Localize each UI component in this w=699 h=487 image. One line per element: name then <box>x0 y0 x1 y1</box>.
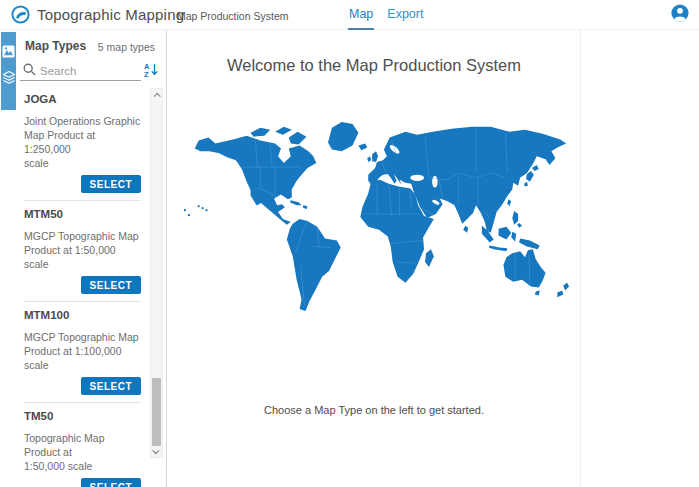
panel-title: Map Types <box>25 39 86 53</box>
app-header: Topographic Mapping Map Production Syste… <box>0 0 699 30</box>
instruction-text: Choose a Map Type on the left to get sta… <box>168 404 580 416</box>
app-subtitle: Map Production System <box>177 10 288 22</box>
left-tool-rail <box>0 30 17 487</box>
tab-map[interactable]: Map <box>348 0 374 30</box>
select-button[interactable]: SELECT <box>81 377 141 395</box>
map-type-item-mtm50: MTM50 MGCP Topographic Map Product at 1:… <box>24 201 141 302</box>
svg-text:Z: Z <box>144 70 149 78</box>
scroll-down-icon[interactable] <box>151 445 162 457</box>
select-button[interactable]: SELECT <box>81 478 141 487</box>
user-avatar-icon[interactable] <box>671 4 689 26</box>
map-type-name: MTM100 <box>24 309 141 322</box>
select-button[interactable]: SELECT <box>81 175 141 193</box>
map-type-list: JOGA Joint Operations Graphic Map Produc… <box>17 86 167 487</box>
map-type-count: 5 map types <box>98 41 155 53</box>
map-type-item-tm50: TM50 Topographic Map Product at 1:50,000… <box>24 403 141 487</box>
select-button[interactable]: SELECT <box>81 276 141 294</box>
top-tabs: Map Export <box>348 0 424 30</box>
search-input[interactable] <box>40 65 130 77</box>
rail-active-group <box>1 32 16 110</box>
map-type-name: MTM50 <box>24 208 141 221</box>
map-type-item-joga: JOGA Joint Operations Graphic Map Produc… <box>24 86 141 201</box>
scrollbar-thumb[interactable] <box>152 378 161 446</box>
search-icon <box>23 63 36 76</box>
map-type-name: TM50 <box>24 410 141 423</box>
sidebar-scrollbar[interactable] <box>150 88 163 458</box>
welcome-panel: Welcome to the Map Production System <box>168 30 581 487</box>
search-box <box>20 61 141 81</box>
map-type-description: Topographic Map Product at 1:50,000 scal… <box>24 431 141 473</box>
app-title: Topographic Mapping <box>37 6 184 23</box>
map-product-icon[interactable] <box>1 38 16 64</box>
map-type-name: JOGA <box>24 93 141 106</box>
world-map-image <box>182 118 574 316</box>
panel-header: Map Types 5 map types <box>17 30 166 58</box>
map-type-description: MGCP Topographic Map Product at 1:100,00… <box>24 330 141 372</box>
map-type-item-mtm100: MTM100 MGCP Topographic Map Product at 1… <box>24 302 141 403</box>
map-types-panel: Map Types 5 map types A Z JOGA Joint Ope… <box>17 30 167 487</box>
globe-logo-icon <box>11 5 30 28</box>
layers-icon[interactable] <box>1 64 16 90</box>
scroll-up-icon[interactable] <box>151 89 162 101</box>
tab-export[interactable]: Export <box>386 0 424 30</box>
map-type-description: MGCP Topographic Map Product at 1:50,000… <box>24 229 141 271</box>
map-type-description: Joint Operations Graphic Map Product at … <box>24 114 141 170</box>
sort-a-to-z-icon[interactable]: A Z <box>143 61 161 79</box>
welcome-title: Welcome to the Map Production System <box>168 56 580 75</box>
